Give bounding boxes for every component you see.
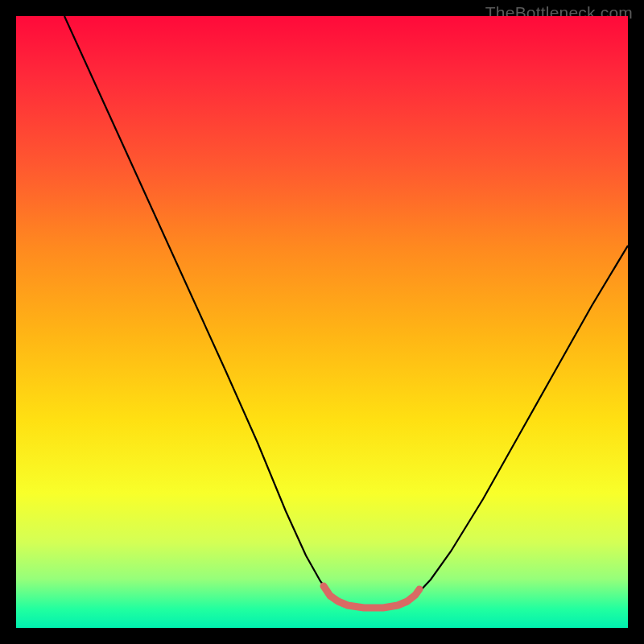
plot-area	[16, 16, 628, 628]
chart-stage: TheBottleneck.com	[0, 0, 644, 644]
accent-segment	[324, 586, 419, 608]
curve-layer	[16, 16, 628, 628]
bottleneck-curve	[64, 16, 628, 607]
